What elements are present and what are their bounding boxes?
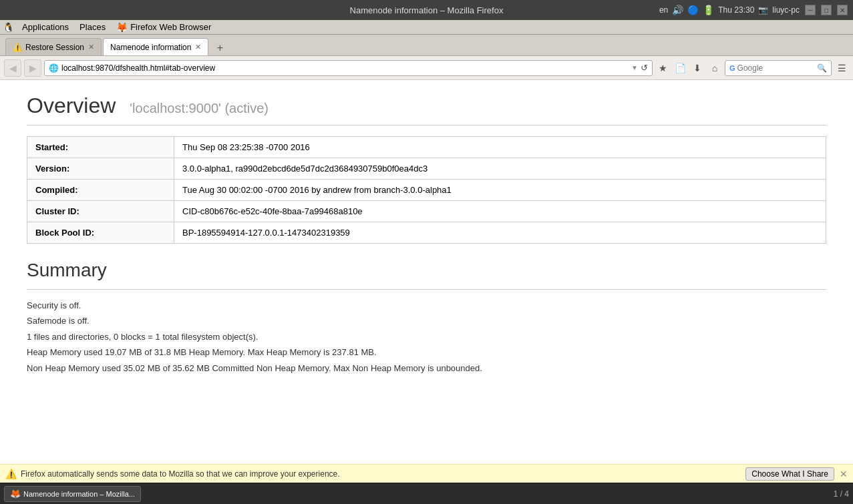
summary-section: Summary Security is off. Safemode is off… xyxy=(27,260,826,376)
table-row: Block Pool ID: BP-1895594914-127.0.0.1-1… xyxy=(27,222,826,244)
search-bar[interactable]: G 🔍 xyxy=(725,60,832,76)
sys-tray-en: en xyxy=(659,5,668,15)
window-title: Namenode information – Mozilla Firefox xyxy=(350,5,504,15)
notification-bar: ⚠️ Firefox automatically sends some data… xyxy=(0,464,853,483)
menu-button[interactable]: ☰ xyxy=(834,61,849,75)
browser-shortcut: 🦊 Firefox Web Browser xyxy=(116,22,211,33)
summary-divider xyxy=(27,289,826,290)
applications-menu[interactable]: Applications xyxy=(17,20,74,34)
summary-line-1: Safemode is off. xyxy=(27,313,826,328)
overview-title: Overview 'localhost:9000' (active) xyxy=(27,93,269,117)
choose-what-share-button[interactable]: Choose What I Share xyxy=(745,467,834,481)
summary-line-4: Non Heap Memory used 35.02 MB of 35.62 M… xyxy=(27,360,826,376)
back-button[interactable]: ◀ xyxy=(4,59,21,77)
tab-warning-icon: ⚠️ xyxy=(13,43,23,52)
summary-line-3: Heap Memory used 19.07 MB of 31.8 MB Hea… xyxy=(27,344,826,360)
home-button[interactable]: ⌂ xyxy=(707,61,722,75)
tab-restore-session[interactable]: ⚠️ Restore Session ✕ xyxy=(5,38,102,55)
table-cell-label-2: Compiled: xyxy=(27,180,174,201)
search-submit-button[interactable]: 🔍 xyxy=(817,63,827,73)
table-cell-label-0: Started: xyxy=(27,137,174,158)
overview-heading: Overview 'localhost:9000' (active) xyxy=(27,93,826,118)
tab-bar: ⚠️ Restore Session ✕ Namenode informatio… xyxy=(0,35,853,56)
notification-close-button[interactable]: ✕ xyxy=(840,469,848,479)
title-bar: Namenode information – Mozilla Firefox e… xyxy=(0,0,853,20)
bookmark-star-button[interactable]: ★ xyxy=(655,61,670,75)
overview-divider xyxy=(27,125,826,125)
search-input[interactable] xyxy=(737,63,817,73)
notification-text: Firefox automatically sends some data to… xyxy=(21,469,340,479)
notification-actions: Choose What I Share ✕ xyxy=(745,467,848,481)
table-cell-value-4: BP-1895594914-127.0.0.1-1473402319359 xyxy=(174,222,826,244)
table-cell-label-1: Version: xyxy=(27,158,174,180)
reload-button[interactable]: ↺ xyxy=(641,63,648,73)
download-button[interactable]: ⬇ xyxy=(690,61,705,75)
minimize-button[interactable]: ─ xyxy=(805,5,816,15)
table-row: Version: 3.0.0-alpha1, ra990d2ebcd6de5d7… xyxy=(27,158,826,180)
notification-content: ⚠️ Firefox automatically sends some data… xyxy=(5,469,340,479)
sys-time: Thu 23:30 xyxy=(718,5,754,15)
close-button[interactable]: ✕ xyxy=(837,5,848,15)
summary-line-0: Security is off. xyxy=(27,298,826,313)
os-logo-icon: 🐧 xyxy=(3,22,14,33)
summary-line-2: 1 files and directories, 0 blocks = 1 to… xyxy=(27,329,826,344)
summary-title: Summary xyxy=(27,260,826,281)
url-dropdown-icon[interactable]: ▼ xyxy=(631,64,638,71)
tab-namenode-label: Namenode information xyxy=(110,43,191,52)
nav-bar: ◀ ▶ 🌐 ▼ ↺ ★ 📄 ⬇ ⌂ G 🔍 ☰ xyxy=(0,56,853,80)
url-globe-icon: 🌐 xyxy=(49,63,59,73)
sys-tray-bluetooth-icon: 🔵 xyxy=(687,5,699,15)
new-tab-button[interactable]: + xyxy=(212,41,227,55)
title-bar-controls: en 🔊 🔵 🔋 Thu 23:30 📷 liuyc-pc ─ □ ✕ xyxy=(659,5,848,15)
sys-tray-audio-icon: 🔊 xyxy=(672,5,683,15)
summary-text: Security is off. Safemode is off. 1 file… xyxy=(27,298,826,376)
tab-restore-label: Restore Session xyxy=(25,43,84,52)
tab-namenode-close[interactable]: ✕ xyxy=(195,43,201,51)
sys-tray-battery-icon: 🔋 xyxy=(703,5,714,15)
table-row: Compiled: Tue Aug 30 00:02:00 -0700 2016… xyxy=(27,180,826,201)
page-counter: 1 / 4 xyxy=(834,489,849,499)
places-menu[interactable]: Places xyxy=(74,20,111,34)
table-cell-value-3: CID-c80b676c-e52c-40fe-8baa-7a99468a810e xyxy=(174,201,826,222)
google-search-icon: G xyxy=(729,64,735,72)
taskbar-item-label: Namenode information – Mozilla... xyxy=(23,490,135,498)
notification-icon: ⚠️ xyxy=(5,469,17,479)
username: liuyc-pc xyxy=(772,5,800,15)
screenshot-icon: 📷 xyxy=(758,5,768,15)
firefox-icon: 🦊 xyxy=(116,22,128,33)
table-cell-label-4: Block Pool ID: xyxy=(27,222,174,244)
forward-button[interactable]: ▶ xyxy=(24,59,41,77)
browser-label: Firefox Web Browser xyxy=(130,22,211,32)
app-menu-bar: 🐧 Applications Places 🦊 Firefox Web Brow… xyxy=(0,20,853,35)
table-cell-label-3: Cluster ID: xyxy=(27,201,174,222)
tab-restore-close[interactable]: ✕ xyxy=(88,43,94,51)
url-input[interactable] xyxy=(61,63,629,73)
taskbar-item-firefox[interactable]: 🦊 Namenode information – Mozilla... xyxy=(4,486,141,502)
maximize-button[interactable]: □ xyxy=(821,5,832,15)
overview-subtitle: 'localhost:9000' (active) xyxy=(130,101,269,115)
tab-namenode[interactable]: Namenode information ✕ xyxy=(103,38,208,55)
table-cell-value-1: 3.0.0-alpha1, ra990d2ebcd6de5d7dc2d36849… xyxy=(174,158,826,180)
reading-view-button[interactable]: 📄 xyxy=(673,61,687,75)
url-bar[interactable]: 🌐 ▼ ↺ xyxy=(44,60,653,76)
table-cell-value-2: Tue Aug 30 00:02:00 -0700 2016 by andrew… xyxy=(174,180,826,201)
table-row: Started: Thu Sep 08 23:25:38 -0700 2016 xyxy=(27,137,826,158)
taskbar-firefox-icon: 🦊 xyxy=(10,489,21,499)
info-table: Started: Thu Sep 08 23:25:38 -0700 2016 … xyxy=(27,136,826,244)
browser-content: Overview 'localhost:9000' (active) Start… xyxy=(0,80,853,464)
taskbar: 🦊 Namenode information – Mozilla... 1 / … xyxy=(0,483,853,504)
table-row: Cluster ID: CID-c80b676c-e52c-40fe-8baa-… xyxy=(27,201,826,222)
table-cell-value-0: Thu Sep 08 23:25:38 -0700 2016 xyxy=(174,137,826,158)
